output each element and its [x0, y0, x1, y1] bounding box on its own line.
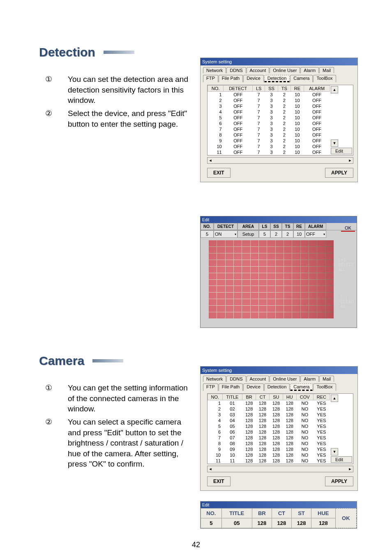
grid-cell[interactable] — [326, 240, 334, 246]
grid-cell[interactable] — [309, 260, 317, 266]
column-header[interactable]: REC — [313, 394, 330, 400]
grid-cell[interactable] — [292, 273, 300, 279]
grid-cell[interactable] — [267, 306, 275, 312]
ok-button[interactable]: OK — [335, 509, 356, 528]
grid-cell[interactable] — [242, 286, 250, 292]
grid-cell[interactable] — [226, 247, 233, 253]
grid-cell[interactable] — [209, 286, 217, 292]
grid-cell[interactable] — [234, 286, 242, 292]
grid-cell[interactable] — [234, 247, 242, 253]
grid-cell[interactable] — [267, 293, 275, 299]
grid-cell[interactable] — [284, 312, 292, 318]
grid-cell[interactable] — [317, 280, 325, 286]
tab-camera[interactable]: Camera — [290, 383, 313, 391]
grid-cell[interactable] — [317, 267, 325, 273]
exit-button[interactable]: EXIT — [207, 476, 231, 486]
column-header[interactable]: COV — [296, 394, 313, 400]
tab-alarm[interactable]: Alarm — [300, 376, 319, 382]
grid-cell[interactable] — [234, 260, 242, 266]
grid-cell[interactable] — [217, 253, 225, 260]
column-header[interactable]: ALARM — [304, 86, 330, 92]
tab-ddns[interactable]: DDNS — [226, 376, 246, 382]
grid-cell[interactable] — [309, 286, 317, 292]
grid-cell[interactable] — [276, 267, 284, 273]
grid-cell[interactable] — [251, 273, 258, 279]
grid-cell[interactable] — [309, 306, 317, 312]
column-header[interactable]: NO. — [208, 86, 224, 92]
grid-cell[interactable] — [259, 286, 267, 292]
grid-cell[interactable] — [276, 260, 284, 266]
grid-cell[interactable] — [217, 312, 225, 318]
grid-cell[interactable] — [284, 286, 292, 292]
grid-cell[interactable] — [234, 312, 242, 318]
grid-cell[interactable] — [209, 253, 217, 260]
grid-cell[interactable] — [301, 240, 309, 246]
grid-cell[interactable] — [217, 260, 225, 266]
grid-cell[interactable] — [292, 299, 300, 305]
grid-cell[interactable] — [267, 240, 275, 246]
grid-cell[interactable] — [242, 299, 250, 305]
grid-cell[interactable] — [267, 280, 275, 286]
edit-value-cell[interactable]: 128 — [291, 518, 311, 528]
edit-value-cell[interactable]: 128 — [252, 518, 272, 528]
grid-cell[interactable] — [317, 293, 325, 299]
exit-button[interactable]: EXIT — [207, 168, 231, 178]
scroll-left-icon[interactable]: ◄ — [208, 158, 213, 163]
tab-file-path[interactable]: File Path — [219, 383, 243, 391]
grid-cell[interactable] — [301, 253, 309, 260]
table-row[interactable]: 202128128128128NOYES — [208, 406, 330, 412]
grid-cell[interactable] — [217, 293, 225, 299]
grid-cell[interactable] — [284, 267, 292, 273]
grid-cell[interactable] — [284, 260, 292, 266]
grid-overlay[interactable] — [209, 240, 334, 318]
grid-cell[interactable] — [317, 253, 325, 260]
table-row[interactable]: 4OFF73210OFF — [208, 109, 330, 115]
edit-value-cell[interactable]: 128 — [311, 518, 335, 528]
tab-ftp[interactable]: FTP — [203, 383, 218, 391]
tab-ftp[interactable]: FTP — [203, 75, 218, 82]
grid-cell[interactable] — [226, 299, 233, 305]
grid-cell[interactable] — [217, 267, 225, 273]
column-header[interactable]: HU — [283, 394, 296, 400]
grid-cell[interactable] — [251, 312, 258, 318]
grid-cell[interactable] — [226, 280, 233, 286]
edit-value-cell[interactable]: 128 — [272, 518, 291, 528]
grid-cell[interactable] — [301, 312, 309, 318]
grid-cell[interactable] — [251, 253, 258, 260]
tab-detection[interactable]: Detection — [264, 383, 290, 391]
scroll-right-icon[interactable]: ► — [347, 467, 353, 471]
grid-cell[interactable] — [309, 293, 317, 299]
grid-cell[interactable] — [242, 240, 250, 246]
grid-cell[interactable] — [267, 273, 275, 279]
grid-cell[interactable] — [209, 306, 217, 312]
table-row[interactable]: 808128128128128NOYES — [208, 441, 330, 446]
grid-cell[interactable] — [292, 240, 300, 246]
tab-online-user[interactable]: Online User — [270, 376, 300, 382]
tab-alarm[interactable]: Alarm — [300, 67, 319, 73]
edit-value-cell[interactable]: 5 — [201, 518, 222, 528]
camera-table[interactable]: NO.TITLEBRCTSUHUCOVREC101128128128128NOY… — [208, 394, 330, 464]
table-row[interactable]: 606128128128128NOYES — [208, 429, 330, 435]
grid-cell[interactable] — [309, 280, 317, 286]
grid-cell[interactable] — [234, 293, 242, 299]
table-row[interactable]: 404128128128128NOYES — [208, 418, 330, 423]
column-header[interactable]: RE — [291, 86, 304, 92]
grid-cell[interactable] — [209, 293, 217, 299]
detection-table[interactable]: NO.DETECTLSSSTSREALARM1OFF73210OFF2OFF73… — [208, 85, 330, 155]
grid-cell[interactable] — [234, 306, 242, 312]
table-row[interactable]: 1010128128128128NOYES — [208, 452, 330, 458]
edit-value-cell[interactable]: 10 — [293, 230, 305, 238]
grid-cell[interactable] — [276, 299, 284, 305]
grid-cell[interactable] — [301, 280, 309, 286]
grid-cell[interactable] — [226, 260, 233, 266]
grid-cell[interactable] — [267, 247, 275, 253]
grid-cell[interactable] — [242, 280, 250, 286]
scroll-right-icon[interactable]: ► — [347, 158, 353, 163]
grid-cell[interactable] — [267, 312, 275, 318]
grid-cell[interactable] — [226, 312, 233, 318]
column-header[interactable]: SS — [265, 86, 278, 92]
grid-cell[interactable] — [292, 280, 300, 286]
table-row[interactable]: 505128128128128NOYES — [208, 423, 330, 429]
grid-cell[interactable] — [292, 293, 300, 299]
apply-button[interactable]: APPLY — [325, 476, 353, 486]
